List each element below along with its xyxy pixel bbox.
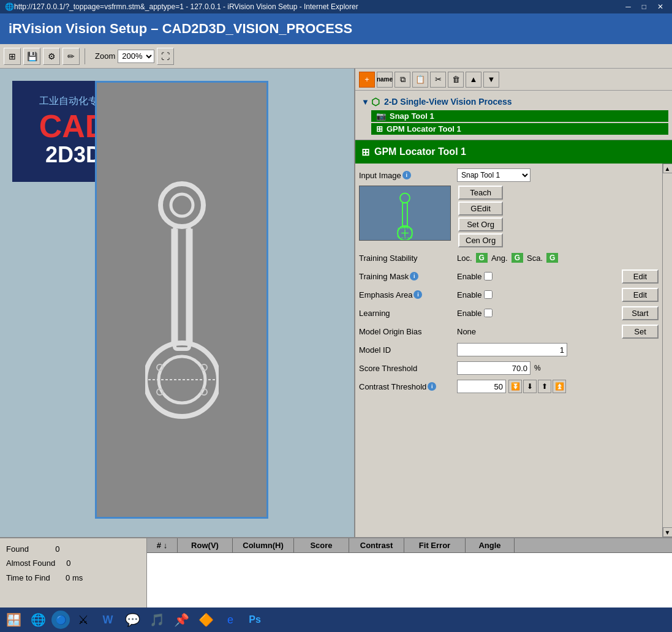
move-up-btn[interactable]: ▲ [466,72,481,88]
taskbar-item-browser[interactable]: 🌐 [27,609,49,630]
gpm-tool-item[interactable]: ⊞ GPM Locator Tool 1 [371,123,668,135]
training-mask-edit-btn[interactable]: Edit [622,269,659,284]
training-mask-checkbox[interactable] [484,272,493,280]
training-stability-row: Training Stability Loc. G Ang. G Sca. G [359,250,659,266]
contrast-dbl-up-btn[interactable]: ⏫ [553,380,566,393]
close-btn[interactable]: ✕ [654,2,667,11]
col-header-num: # ↓ [147,538,178,552]
connecting-rod-svg [145,178,219,423]
model-id-input[interactable] [457,343,567,356]
found-row: Found 0 [6,542,140,556]
start-btn[interactable]: 🪟 [2,609,25,630]
emphasis-area-info-icon: i [413,290,422,299]
emphasis-area-checkbox[interactable] [484,290,493,299]
right-panel: + name ⧉ 📋 ✂ 🗑 ▲ ▼ ▼ ⬡ 2-D Single-View V… [355,69,672,537]
score-threshold-input[interactable] [457,361,530,375]
part-image-frame [95,81,268,519]
move-down-btn[interactable]: ▼ [483,72,499,88]
ang-value: G [512,253,523,263]
model-origin-bias-value: None [457,327,476,336]
emphasis-area-control: Enable Edit [457,288,659,302]
input-image-row: Input Image i Snap Tool 1 [359,167,659,183]
taskbar-item-app2[interactable]: 🔶 [195,609,217,630]
grid-tool-btn[interactable]: ⊞ [4,48,21,65]
taskbar-item-circle[interactable]: 🔵 [51,611,70,629]
contrast-dbl-down-btn[interactable]: ⏬ [508,380,522,393]
app-title-bar: iRVision Vision Setup – CAD2D3D_VISION_P… [0,13,672,44]
copy-btn[interactable]: ⧉ [395,72,410,88]
tool-preview-image [359,186,451,241]
taskbar-item-word[interactable]: W [97,609,119,630]
score-threshold-control: % [457,361,659,375]
settings-btn[interactable]: ⚙ [43,48,60,65]
learning-start-btn[interactable]: Start [622,306,659,320]
scroll-down-btn[interactable]: ▼ [663,527,673,537]
contrast-up-btn[interactable]: ⬆ [538,380,551,393]
sca-label: Sca. [527,254,543,263]
input-image-select[interactable]: Snap Tool 1 [457,168,530,182]
taskbar-item-chat[interactable]: 💬 [121,609,143,630]
taskbar-item-sword[interactable]: ⚔ [72,609,94,630]
tree-children: 📷 Snap Tool 1 ⊞ GPM Locator Tool 1 [371,110,668,135]
teach-btn[interactable]: Teach [458,186,503,200]
main-layout: 工业自动化专家 CAD 2D3D [0,69,672,537]
gedit-btn[interactable]: GEdit [458,201,503,216]
model-id-row: Model ID [359,342,659,358]
svg-point-1 [171,194,193,216]
col-header-row: Row(V) [178,538,233,552]
emphasis-edit-btn[interactable]: Edit [622,288,659,302]
time-label: Time to Find [6,573,50,582]
input-image-control: Snap Tool 1 [457,168,659,182]
zoom-select[interactable]: 200% 50% 100% 150% 250% 300% [118,50,154,63]
score-unit: % [534,364,541,372]
emphasis-area-row: Emphasis Area i Enable Edit [359,287,659,303]
scroll-up-btn[interactable]: ▲ [663,164,673,173]
left-panel: 工业自动化专家 CAD 2D3D [0,69,355,537]
taskbar-item-music[interactable]: 🎵 [146,609,168,630]
vision-process-icon: ⬡ [369,96,382,108]
delete-btn[interactable]: 🗑 [448,72,464,88]
pen-btn[interactable]: ✏ [62,48,80,65]
set-org-btn[interactable]: Set Org [458,217,503,231]
cen-org-btn[interactable]: Cen Org [458,233,503,247]
contrast-threshold-input[interactable] [457,380,506,393]
col-header-fiterr: Fit Error [404,538,466,552]
maximize-btn[interactable]: □ [638,2,650,11]
model-origin-bias-row: Model Origin Bias None Set [359,323,659,339]
taskbar-item-app1[interactable]: 📌 [170,609,192,630]
input-image-label: Input Image i [359,171,457,180]
found-value: 0 [55,544,59,554]
found-label: Found [6,544,29,554]
tree-root[interactable]: ▼ ⬡ 2-D Single-View Vision Process [359,94,668,109]
ang-label: Ang. [491,254,508,263]
learning-enable-label: Enable [457,309,481,318]
logo-sub: 2D3D [45,142,102,168]
taskbar-item-ie[interactable]: e [219,609,241,630]
save-btn[interactable]: 💾 [23,48,40,65]
model-origin-set-btn[interactable]: Set [622,325,659,339]
paste-btn[interactable]: 📋 [412,72,428,88]
contrast-down-btn[interactable]: ⬇ [523,380,537,393]
tool-header-icon: ⊞ [361,146,369,158]
contrast-threshold-control: ⏬ ⬇ ⬆ ⏫ [457,380,659,393]
training-mask-info-icon: i [410,272,418,280]
cut-btn[interactable]: ✂ [430,72,446,88]
loc-value: G [476,253,488,263]
fullscreen-btn[interactable]: ⛶ [157,48,174,65]
minimize-btn[interactable]: ─ [622,2,635,11]
col-header-score: Score [294,538,349,552]
add-btn[interactable]: + [359,72,375,88]
snap-tool-item[interactable]: 📷 Snap Tool 1 [371,110,668,122]
training-mask-enable-label: Enable [457,272,481,281]
contrast-threshold-row: Contrast Threshold i ⏬ ⬇ ⬆ ⏫ [359,378,659,394]
col-header-angle: Angle [466,538,515,552]
learning-checkbox[interactable] [484,309,493,317]
snap-tool-label: Snap Tool 1 [390,111,434,121]
sep1 [85,48,85,64]
taskbar-item-ps[interactable]: Ps [244,609,266,630]
almost-found-row: Almost Found 0 [6,556,140,570]
col-header-col: Column(H) [233,538,294,552]
training-mask-control: Enable Edit [457,269,659,284]
training-mask-row: Training Mask i Enable Edit [359,268,659,284]
name-btn[interactable]: name [377,72,393,88]
